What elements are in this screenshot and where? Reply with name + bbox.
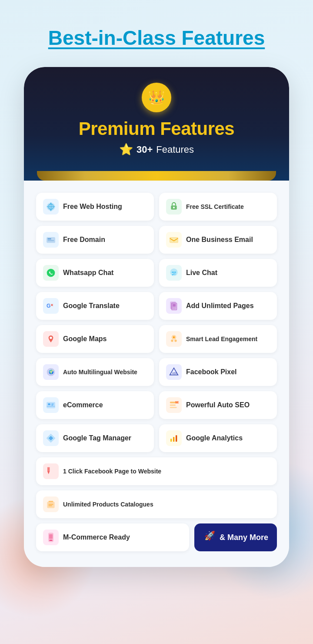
fb-page-icon bbox=[43, 463, 59, 479]
feature-row: Free DomainOne Business Email bbox=[36, 226, 277, 254]
ecommerce-label: eCommerce bbox=[63, 401, 103, 409]
feature-chip-analytics: Google Analytics bbox=[159, 424, 277, 452]
tag-manager-icon bbox=[43, 430, 59, 446]
features-count: ⭐ 30+ Features bbox=[119, 143, 194, 156]
svg-text:G: G bbox=[47, 303, 50, 309]
mcommerce-icon bbox=[43, 530, 59, 545]
svg-point-23 bbox=[174, 339, 176, 342]
feature-chip-free-ssl: Free SSL Certificate bbox=[159, 193, 277, 221]
many-more-button[interactable]: 🚀 & Many More bbox=[194, 523, 277, 551]
svg-rect-46 bbox=[49, 501, 53, 502]
feature-chip-facebook-pixel: </>Facebook Pixel bbox=[159, 358, 277, 386]
svg-rect-29 bbox=[47, 402, 55, 408]
free-web-hosting-icon bbox=[43, 199, 59, 215]
features-grid: Free Web HostingFree SSL CertificateFree… bbox=[36, 193, 277, 551]
feature-chip-whatsapp-chat: Whatsapp Chat bbox=[36, 259, 154, 287]
free-domain-label: Free Domain bbox=[63, 236, 105, 244]
premium-title: Premium Features bbox=[79, 118, 234, 139]
feature-chip-multilingual: 🌍Auto Multilingual Website bbox=[36, 358, 154, 386]
svg-point-24 bbox=[173, 336, 175, 338]
feature-chip-ecommerce: eCommerce bbox=[36, 391, 154, 419]
crown-icon: 👑 bbox=[142, 83, 171, 112]
svg-text:🚀: 🚀 bbox=[204, 530, 215, 541]
google-maps-label: Google Maps bbox=[63, 335, 107, 343]
page-title: Best-in-Class Features bbox=[48, 26, 265, 50]
feature-chip-google-maps: Google Maps bbox=[36, 325, 154, 353]
free-web-hosting-label: Free Web Hosting bbox=[63, 203, 122, 211]
svg-rect-17 bbox=[172, 303, 177, 310]
rocket-icon: 🚀 bbox=[203, 530, 215, 545]
feature-row: 1 Click Facebook Page to Website bbox=[36, 457, 277, 485]
svg-rect-8 bbox=[170, 238, 178, 243]
mcommerce-label: M-Commerce Ready bbox=[63, 533, 130, 541]
feature-chip-google-translate: G✕Google Translate bbox=[36, 292, 154, 320]
catalogues-label: Unlimited Products Catalogues bbox=[63, 501, 153, 508]
facebook-pixel-label: Facebook Pixel bbox=[186, 368, 237, 376]
feature-chip-live-chat: Live Chat bbox=[159, 259, 277, 287]
feature-row: M-Commerce Ready 🚀 & Many More bbox=[36, 523, 277, 551]
unlimited-pages-icon bbox=[166, 298, 182, 314]
live-chat-label: Live Chat bbox=[186, 269, 217, 277]
feature-chip-smart-lead: Smart Lead Engagement bbox=[159, 325, 277, 353]
feature-chip-unlimited-pages: Add Unlimted Pages bbox=[159, 292, 277, 320]
feature-row: Unlimited Products Catalogues bbox=[36, 490, 277, 518]
google-translate-icon: G✕ bbox=[43, 298, 59, 314]
features-count-label: Features bbox=[156, 144, 194, 155]
multilingual-icon: 🌍 bbox=[43, 364, 59, 380]
phone-card: 👑 Premium Features ⭐ 30+ Features Free W… bbox=[24, 67, 289, 567]
feature-row: Google Tag ManagerGoogle Analytics bbox=[36, 424, 277, 452]
star-icon: ⭐ bbox=[119, 143, 133, 156]
svg-rect-6 bbox=[48, 238, 51, 240]
auto-seo-icon: SEO bbox=[166, 397, 182, 413]
svg-rect-30 bbox=[48, 403, 50, 405]
svg-rect-40 bbox=[170, 439, 172, 442]
feature-chip-free-domain: Free Domain bbox=[36, 226, 154, 254]
feature-row: G✕Google TranslateAdd Unlimted Pages bbox=[36, 292, 277, 320]
feature-chip-free-web-hosting: Free Web Hosting bbox=[36, 193, 154, 221]
svg-point-11 bbox=[172, 272, 173, 273]
feature-chip-fb-page: 1 Click Facebook Page to Website bbox=[36, 457, 277, 485]
svg-point-4 bbox=[173, 207, 175, 208]
feature-chip-catalogues: Unlimited Products Catalogues bbox=[36, 490, 277, 518]
svg-marker-44 bbox=[47, 471, 50, 474]
svg-rect-5 bbox=[47, 238, 55, 243]
svg-rect-41 bbox=[173, 437, 174, 442]
svg-point-12 bbox=[173, 272, 175, 273]
feature-row: 🌍Auto Multilingual Website</>Facebook Pi… bbox=[36, 358, 277, 386]
gold-bar bbox=[37, 171, 276, 181]
svg-text:✕: ✕ bbox=[50, 303, 53, 307]
free-ssl-label: Free SSL Certificate bbox=[186, 203, 244, 210]
svg-point-13 bbox=[175, 272, 176, 273]
tag-manager-label: Google Tag Manager bbox=[63, 434, 131, 442]
auto-seo-label: Powerful Auto SEO bbox=[186, 401, 250, 409]
svg-text:🌍: 🌍 bbox=[49, 369, 54, 375]
free-domain-icon bbox=[43, 232, 59, 248]
feature-chip-mcommerce: M-Commerce Ready bbox=[36, 523, 189, 551]
business-email-label: One Business Email bbox=[186, 236, 253, 244]
svg-text:</>: </> bbox=[172, 371, 177, 375]
free-ssl-icon bbox=[166, 199, 182, 215]
business-email-icon bbox=[166, 232, 182, 248]
many-more-label: & Many More bbox=[220, 533, 268, 542]
svg-text:SEO: SEO bbox=[175, 401, 179, 404]
whatsapp-chat-icon bbox=[43, 265, 59, 281]
feature-chip-auto-seo: SEOPowerful Auto SEO bbox=[159, 391, 277, 419]
google-translate-label: Google Translate bbox=[63, 302, 120, 310]
google-maps-icon bbox=[43, 331, 59, 347]
analytics-icon bbox=[166, 430, 182, 446]
catalogues-icon bbox=[43, 496, 59, 512]
card-header: 👑 Premium Features ⭐ 30+ Features bbox=[24, 67, 289, 181]
svg-rect-45 bbox=[47, 502, 54, 508]
feature-chip-business-email: One Business Email bbox=[159, 226, 277, 254]
analytics-label: Google Analytics bbox=[186, 434, 243, 442]
svg-rect-36 bbox=[170, 407, 177, 408]
svg-point-9 bbox=[47, 269, 55, 277]
svg-rect-35 bbox=[170, 405, 176, 406]
smart-lead-label: Smart Lead Engagement bbox=[186, 335, 257, 342]
feature-chip-tag-manager: Google Tag Manager bbox=[36, 424, 154, 452]
whatsapp-chat-label: Whatsapp Chat bbox=[63, 269, 113, 277]
svg-rect-42 bbox=[176, 435, 177, 442]
unlimited-pages-label: Add Unlimted Pages bbox=[186, 302, 254, 310]
svg-point-22 bbox=[171, 339, 173, 342]
feature-row: eCommerceSEOPowerful Auto SEO bbox=[36, 391, 277, 419]
